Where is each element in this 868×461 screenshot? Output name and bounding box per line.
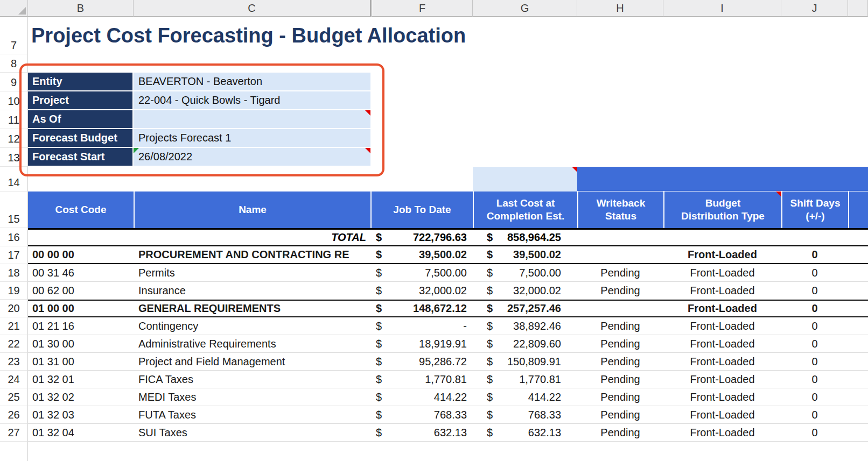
cell-name[interactable]: GENERAL REQUIREMENTS: [134, 301, 370, 316]
row-number-10[interactable]: 10: [0, 91, 28, 110]
empty-cell[interactable]: [28, 167, 134, 192]
cell-shift-days[interactable]: 0: [781, 335, 848, 352]
cell-cost-code[interactable]: 01 32 01: [28, 371, 134, 388]
cell-writeback-status[interactable]: Pending: [577, 371, 663, 388]
row-number-22[interactable]: 22: [0, 335, 28, 353]
row-number-9[interactable]: 9: [0, 73, 28, 91]
row-number-16[interactable]: 16: [0, 228, 28, 246]
cell-name[interactable]: PROCUREMENT AND CONTRACTING RE: [134, 246, 370, 263]
form-value-as-of[interactable]: [134, 110, 370, 129]
cell-cost-code[interactable]: 00 00 00: [28, 246, 134, 263]
empty-cell[interactable]: [663, 230, 781, 245]
row-number-20[interactable]: 20: [0, 300, 28, 317]
cell-job-to-date[interactable]: $1,770.81: [370, 371, 473, 388]
table-header-writeback-status[interactable]: WritebackStatus: [577, 192, 663, 228]
cell-writeback-status[interactable]: Pending: [577, 388, 663, 406]
cell-last-cost[interactable]: $38,892.46: [473, 317, 577, 335]
cell-writeback-status[interactable]: [577, 246, 663, 263]
table-header-last-cost[interactable]: Last Cost atCompletion Est.: [473, 192, 577, 228]
cell-job-to-date[interactable]: $95,286.72: [370, 353, 473, 370]
cell-shift-days[interactable]: 0: [781, 282, 848, 299]
cell-shift-days[interactable]: 0: [781, 406, 848, 423]
cell-cost-code[interactable]: 00 62 00: [28, 282, 134, 299]
cell-distribution-type[interactable]: Front-Loaded: [663, 317, 781, 335]
row-number-24[interactable]: 24: [0, 371, 28, 388]
cell-distribution-type[interactable]: Front-Loaded: [663, 388, 781, 406]
cell-last-cost[interactable]: $1,770.81: [473, 371, 577, 388]
cell-cost-code[interactable]: 01 31 00: [28, 353, 134, 370]
cell-shift-days[interactable]: 0: [781, 317, 848, 335]
cell-job-to-date[interactable]: $18,919.91: [370, 335, 473, 352]
cell-name[interactable]: SUI Taxes: [134, 424, 370, 441]
cell-cost-code[interactable]: 00 31 46: [28, 264, 134, 281]
table-header-name[interactable]: Name: [134, 192, 370, 228]
cell-last-cost[interactable]: $768.33: [473, 406, 577, 423]
cell-name[interactable]: Insurance: [134, 282, 370, 299]
cell-cost-code[interactable]: 01 30 00: [28, 335, 134, 352]
select-all-corner[interactable]: [0, 0, 28, 17]
cell-shift-days[interactable]: 0: [781, 301, 848, 316]
pale-band-cell[interactable]: [473, 167, 577, 192]
cell-last-cost[interactable]: $257,257.46: [473, 301, 577, 316]
page-title[interactable]: Project Cost Forecasting - Budget Alloca…: [28, 17, 466, 54]
column-header-F[interactable]: F: [370, 0, 473, 17]
cell-distribution-type[interactable]: Front-Loaded: [663, 406, 781, 423]
row-number-28[interactable]: [0, 442, 28, 461]
row-number-19[interactable]: 19: [0, 282, 28, 300]
form-value-forecast-start[interactable]: 26/08/2022: [134, 148, 370, 167]
form-value-entity[interactable]: BEAVERTON - Beaverton: [134, 73, 370, 91]
cell-distribution-type[interactable]: Front-Loaded: [663, 301, 781, 316]
cell-writeback-status[interactable]: Pending: [577, 424, 663, 441]
cell-last-cost[interactable]: $39,500.02: [473, 246, 577, 263]
empty-cell[interactable]: [781, 230, 848, 245]
cell-last-cost[interactable]: $7,500.00: [473, 264, 577, 281]
row-number-14[interactable]: 14: [0, 167, 28, 192]
total-job-to-date[interactable]: $722,796.63: [370, 230, 473, 245]
cell-distribution-type[interactable]: Front-Loaded: [663, 282, 781, 299]
row-number-21[interactable]: 21: [0, 317, 28, 335]
cell-job-to-date[interactable]: $7,500.00: [370, 264, 473, 281]
cell-distribution-type[interactable]: Front-Loaded: [663, 353, 781, 370]
cell-writeback-status[interactable]: Pending: [577, 264, 663, 281]
total-last-cost[interactable]: $858,964.25: [473, 230, 577, 245]
cell-shift-days[interactable]: 0: [781, 246, 848, 263]
cell-writeback-status[interactable]: Pending: [577, 282, 663, 299]
blue-band-cell[interactable]: [577, 167, 868, 192]
cell-cost-code[interactable]: 01 21 16: [28, 317, 134, 335]
row-number-23[interactable]: 23: [0, 353, 28, 371]
cell-name[interactable]: Contingency: [134, 317, 370, 335]
cell-job-to-date[interactable]: $-: [370, 317, 473, 335]
cell-last-cost[interactable]: $150,809.91: [473, 353, 577, 370]
cell-last-cost[interactable]: $632.13: [473, 424, 577, 441]
row-number-11[interactable]: 11: [0, 110, 28, 129]
total-label[interactable]: TOTAL: [134, 230, 370, 245]
cell-cost-code[interactable]: 01 00 00: [28, 301, 134, 316]
row-number-18[interactable]: 18: [0, 264, 28, 282]
cell-name[interactable]: Project and Field Management: [134, 353, 370, 370]
cell-shift-days[interactable]: 0: [781, 388, 848, 406]
cell-shift-days[interactable]: 0: [781, 264, 848, 281]
cell-distribution-type[interactable]: Front-Loaded: [663, 264, 781, 281]
cell-last-cost[interactable]: $22,809.60: [473, 335, 577, 352]
row-number-12[interactable]: 12: [0, 129, 28, 148]
empty-cell[interactable]: [28, 230, 134, 245]
cell-name[interactable]: Permits: [134, 264, 370, 281]
cell-distribution-type[interactable]: Front-Loaded: [663, 335, 781, 352]
cell-distribution-type[interactable]: Front-Loaded: [663, 246, 781, 263]
cell-job-to-date[interactable]: $39,500.02: [370, 246, 473, 263]
cell-job-to-date[interactable]: $768.33: [370, 406, 473, 423]
cell-writeback-status[interactable]: [577, 301, 663, 316]
table-header-cost-code[interactable]: Cost Code: [28, 192, 134, 228]
cell-cost-code[interactable]: 01 32 03: [28, 406, 134, 423]
cell-distribution-type[interactable]: Front-Loaded: [663, 424, 781, 441]
table-header-job-to-date[interactable]: Job To Date: [370, 192, 473, 228]
cell-shift-days[interactable]: 0: [781, 424, 848, 441]
row-number-27[interactable]: 27: [0, 424, 28, 442]
cell-last-cost[interactable]: $32,000.02: [473, 282, 577, 299]
cell-writeback-status[interactable]: Pending: [577, 335, 663, 352]
cell-writeback-status[interactable]: Pending: [577, 317, 663, 335]
row-number-8[interactable]: 8: [0, 54, 28, 73]
cell-shift-days[interactable]: 0: [781, 353, 848, 370]
cell-cost-code[interactable]: 01 32 02: [28, 388, 134, 406]
row-number-13[interactable]: 13: [0, 148, 28, 167]
